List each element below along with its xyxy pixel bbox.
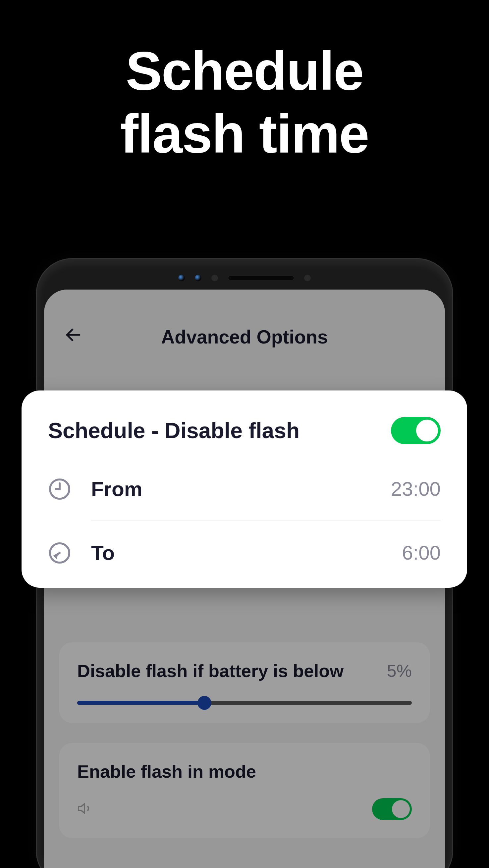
slider-thumb-icon[interactable] [198, 696, 211, 710]
battery-setting-value: 5% [387, 661, 412, 681]
page-title: Advanced Options [64, 326, 425, 348]
phone-notch [44, 267, 445, 289]
modal-title: Schedule - Disable flash [48, 418, 299, 443]
promo-title: Schedule flash time [0, 0, 489, 165]
toggle-knob-icon [416, 420, 438, 441]
sensor-dot-icon [304, 275, 311, 281]
promo-title-line2: flash time [0, 102, 489, 165]
to-value: 6:00 [402, 541, 441, 564]
sensor-dot-icon [211, 275, 218, 281]
to-time-row[interactable]: To 6:00 [48, 541, 441, 564]
from-time-row[interactable]: From 23:00 [48, 477, 441, 501]
battery-setting-label: Disable flash if battery is below [77, 660, 344, 681]
camera-dot-icon [178, 275, 185, 281]
toggle-knob-icon [392, 800, 410, 818]
from-label: From [91, 477, 142, 501]
speaker-grille-icon [228, 276, 294, 280]
battery-setting-card: Disable flash if battery is below 5% [59, 642, 430, 723]
camera-dot-icon [195, 275, 201, 281]
sound-icon [77, 801, 93, 818]
app-header: Advanced Options [44, 289, 445, 364]
mode-setting-label: Enable flash in mode [77, 761, 256, 782]
to-label: To [91, 541, 115, 564]
mode-sound-toggle[interactable] [372, 798, 412, 820]
divider [91, 521, 441, 521]
svg-marker-4 [55, 555, 57, 557]
back-arrow-icon[interactable] [64, 326, 83, 348]
promo-title-line1: Schedule [0, 40, 489, 102]
slider-fill [77, 701, 204, 705]
mode-setting-card: Enable flash in mode [59, 743, 430, 838]
clock-arrow-icon [48, 541, 71, 564]
schedule-toggle[interactable] [391, 417, 441, 444]
battery-slider[interactable] [77, 701, 412, 705]
schedule-modal: Schedule - Disable flash From 23:00 To 6… [22, 391, 467, 588]
from-value: 23:00 [391, 477, 441, 500]
clock-icon [48, 477, 71, 501]
svg-marker-1 [79, 804, 85, 813]
